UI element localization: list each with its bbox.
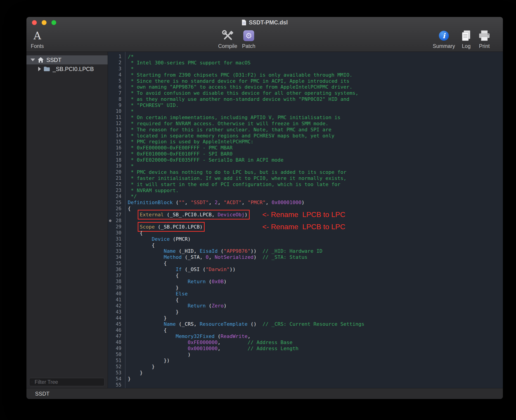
line-number: 52 — [108, 364, 125, 369]
code-line: 21 * faster initialisation. If we add it… — [108, 175, 503, 181]
code-line: 42 Return (Zero) — [108, 303, 503, 309]
code-line: 6 * own naming "APP9876" to access this … — [108, 84, 503, 90]
code-line: 23 * NVRAM support. — [108, 188, 503, 194]
line-number: 49 — [108, 346, 125, 351]
document-icon — [242, 19, 246, 26]
code-line: 53 } — [108, 370, 503, 376]
filter-tree-field[interactable] — [29, 378, 105, 386]
code-line: 38 Return (0x0B) — [108, 278, 503, 285]
line-number: 36 — [108, 267, 125, 272]
code-line: 55 — [108, 382, 503, 388]
code-line: 47 Memory32Fixed (ReadWrite, — [108, 333, 503, 339]
code-line: 50 ) — [108, 352, 503, 358]
code-line: 44 } — [108, 315, 503, 321]
line-number: 43 — [108, 309, 125, 315]
line-number: 27 — [108, 212, 125, 218]
code-line: 20 * PMC device has nothing to do to LPC… — [108, 169, 503, 175]
code-line: 2 * Intel 300-series PMC support for mac… — [108, 60, 503, 66]
line-number: 1 — [108, 54, 125, 59]
line-number: 2 — [108, 60, 125, 65]
code-line: 25DefinitionBlock ("", "SSDT", 2, "ACDT"… — [108, 199, 503, 205]
line-number: 31 — [108, 236, 125, 242]
status-text: SSDT — [35, 391, 50, 397]
line-number: 8 — [108, 97, 125, 102]
code-editor[interactable]: 1/*2 * Intel 300-series PMC support for … — [108, 52, 503, 388]
code-line: 24 */ — [108, 193, 503, 199]
line-number: 5 — [108, 78, 125, 84]
code-line: 34 Method (_STA, 0, NotSerialized) // _S… — [108, 254, 503, 260]
code-line: 15 * PMC region is used by AppleIntelPCH… — [108, 139, 503, 145]
code-line: 1/* — [108, 53, 503, 60]
line-number: 12 — [108, 121, 125, 126]
line-number: 18 — [108, 157, 125, 163]
code-line: 33 Name (_HID, EisaId ("APP9876")) // _H… — [108, 248, 503, 254]
line-number: 50 — [108, 352, 125, 357]
code-line: 11 * On certain implementations, includi… — [108, 114, 503, 120]
code-line: 32 { — [108, 242, 503, 248]
home-icon — [38, 57, 44, 63]
line-number: 38 — [108, 279, 125, 284]
code-line: 54} — [108, 376, 503, 382]
code-line: 13 * The reason for this is rather uncle… — [108, 127, 503, 133]
code-line: 52 } — [108, 363, 503, 370]
line-number: 24 — [108, 194, 125, 199]
tree-item-label: SSDT — [46, 57, 61, 63]
fonts-label: Fonts — [31, 43, 44, 49]
tree-item-ssdt[interactable]: SSDT — [26, 55, 108, 64]
code-line: 43 } — [108, 309, 503, 315]
line-number: 48 — [108, 339, 125, 345]
patch-label: Patch — [242, 43, 256, 49]
line-number: 34 — [108, 255, 125, 260]
code-line: 5 * Since there is no standard device fo… — [108, 78, 503, 84]
line-number: 19 — [108, 163, 125, 169]
code-lines: 1/*2 * Intel 300-series PMC support for … — [108, 53, 503, 388]
tree-item-lpcb[interactable]: _SB.PCI0.LPCB — [26, 64, 108, 74]
code-line: 4 * Starting from Z390 chipsets PMC (D31… — [108, 72, 503, 78]
code-line: 3 * — [108, 66, 503, 72]
line-number: 26 — [108, 206, 125, 211]
line-number: 37 — [108, 273, 125, 278]
patch-button[interactable]: ⚙ Patch — [232, 29, 266, 49]
line-number: 54 — [108, 376, 125, 382]
line-number: 17 — [108, 151, 125, 157]
line-number: 29 — [108, 224, 125, 229]
annotation-box: External (_SB_.PCI0.LPCB, DeviceObj) — [140, 212, 248, 218]
line-number: 23 — [108, 188, 125, 193]
code-line: 46 { — [108, 327, 503, 333]
code-line: 16 * 0xFE000000~0xFE00FFFF - PMC MBAR — [108, 145, 503, 151]
maciasl-window: SSDT-PMC.dsl A Fonts — [26, 17, 503, 399]
printer-icon — [478, 30, 491, 42]
code-line: 9 * "PCHRESV" UID. — [108, 102, 503, 108]
code-line: 49 0x00010000, // Address Length — [108, 345, 503, 352]
line-number: 42 — [108, 303, 125, 308]
line-number: 13 — [108, 127, 125, 132]
disclosure-down-icon[interactable] — [30, 59, 35, 61]
line-number: 4 — [108, 72, 125, 77]
line-number: 20 — [108, 169, 125, 175]
disclosure-right-icon[interactable] — [38, 67, 41, 71]
code-line: 17 * 0xFE010000~0xFE010FFF - SPI BAR0 — [108, 151, 503, 157]
code-line: 18 * 0xFE020000~0xFE035FFF - SerialIo BA… — [108, 157, 503, 163]
line-number: 45 — [108, 322, 125, 327]
line-number: 22 — [108, 181, 125, 187]
desktop-background: SSDT-PMC.dsl A Fonts — [0, 0, 516, 420]
code-line: 36 If (_OSI ("Darwin")) — [108, 266, 503, 272]
line-number: 15 — [108, 139, 125, 144]
code-line: 40 Else — [108, 291, 503, 297]
window-header: SSDT-PMC.dsl A Fonts — [26, 17, 503, 52]
code-line: 37 { — [108, 272, 503, 278]
line-number: 7 — [108, 90, 125, 96]
line-number: 40 — [108, 291, 125, 296]
title-bar[interactable]: SSDT-PMC.dsl — [26, 17, 503, 28]
line-number: 53 — [108, 370, 125, 375]
line-number: 35 — [108, 261, 125, 266]
code-line: 22 * it will start in the end of PCI con… — [108, 181, 503, 188]
fonts-button[interactable]: A Fonts — [26, 29, 54, 49]
print-button[interactable]: Print — [467, 29, 501, 49]
filter-tree-input[interactable] — [34, 379, 102, 385]
code-line: 51 }) — [108, 358, 503, 364]
code-line: 19 * — [108, 163, 503, 169]
line-number: 55 — [108, 382, 125, 388]
code-line: 14 * located in separate memory regions … — [108, 133, 503, 139]
line-number: 11 — [108, 115, 125, 120]
